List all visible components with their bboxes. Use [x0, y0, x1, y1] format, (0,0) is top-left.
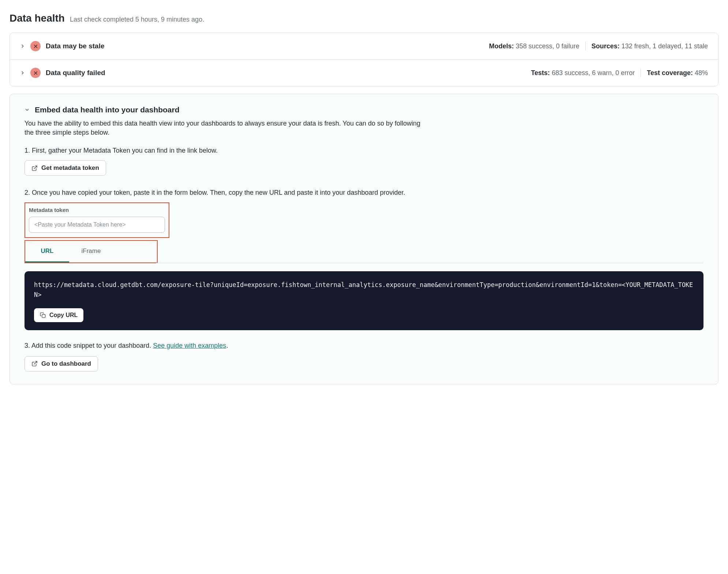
svg-line-6 — [34, 361, 37, 364]
svg-line-4 — [34, 166, 37, 169]
chevron-right-icon — [20, 44, 25, 49]
button-label: Go to dashboard — [41, 360, 91, 368]
code-block: https://metadata.cloud.getdbt.com/exposu… — [25, 271, 703, 330]
button-label: Get metadata token — [41, 164, 99, 172]
coverage-stat: Test coverage: 48% — [647, 68, 708, 78]
status-cards: Data may be stale Models: 358 success, 0… — [10, 33, 718, 86]
get-metadata-token-button[interactable]: Get metadata token — [25, 160, 106, 176]
code-url: https://metadata.cloud.getdbt.com/exposu… — [34, 280, 694, 300]
card-data-stale[interactable]: Data may be stale Models: 358 success, 0… — [10, 33, 718, 59]
go-to-dashboard-button[interactable]: Go to dashboard — [25, 356, 98, 372]
metadata-token-input[interactable] — [29, 217, 165, 233]
chevron-right-icon — [20, 70, 25, 75]
x-circle-icon — [30, 68, 41, 78]
metadata-token-highlight: Metadata token — [25, 202, 169, 238]
divider — [585, 42, 586, 51]
sources-stat: Sources: 132 fresh, 1 delayed, 11 stale — [592, 42, 708, 51]
card-title: Data quality failed — [46, 68, 105, 78]
tab-underline — [156, 263, 703, 263]
tests-stat: Tests: 683 success, 6 warn, 0 error — [531, 68, 635, 78]
copy-url-button[interactable]: Copy URL — [34, 308, 83, 322]
step-1: 1. First, gather your Metadata Token you… — [25, 146, 703, 155]
card-data-quality[interactable]: Data quality failed Tests: 683 success, … — [10, 59, 718, 86]
button-label: Copy URL — [49, 312, 78, 318]
page-title: Data health — [10, 11, 65, 25]
x-circle-icon — [30, 41, 41, 51]
embed-description: You have the ability to embed this data … — [25, 119, 427, 137]
external-link-icon — [31, 361, 38, 367]
external-link-icon — [31, 165, 38, 171]
embed-title: Embed data health into your dashboard — [35, 104, 180, 115]
tabs-highlight: URL iFrame — [25, 240, 158, 263]
svg-rect-5 — [42, 314, 45, 318]
metadata-token-label: Metadata token — [29, 206, 165, 214]
embed-panel: Embed data health into your dashboard Yo… — [10, 94, 718, 384]
page-subtitle: Last check completed 5 hours, 9 minutes … — [70, 15, 204, 24]
divider — [641, 68, 641, 77]
embed-tabs: URL iFrame — [25, 241, 157, 262]
chevron-down-icon[interactable] — [25, 107, 30, 112]
models-stat: Models: 358 success, 0 failure — [489, 42, 579, 51]
card-title: Data may be stale — [46, 41, 105, 51]
copy-icon — [40, 312, 46, 318]
step-3: 3. Add this code snippet to your dashboa… — [25, 341, 703, 350]
step-3-text: 3. Add this code snippet to your dashboa… — [25, 342, 153, 349]
tab-url[interactable]: URL — [25, 241, 69, 262]
guide-link[interactable]: See guide with examples — [153, 342, 226, 349]
step-2: 2. Once you have copied your token, past… — [25, 188, 703, 197]
tab-iframe[interactable]: iFrame — [69, 241, 113, 262]
step-3-suffix: . — [226, 342, 228, 349]
